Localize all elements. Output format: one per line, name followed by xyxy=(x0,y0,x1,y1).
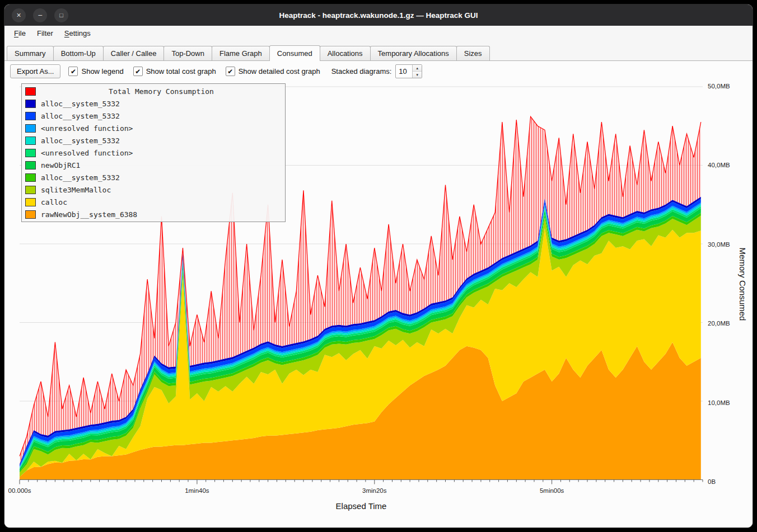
export-as-button[interactable]: Export As... xyxy=(10,64,60,78)
x-axis-label: 5min00s xyxy=(540,487,564,494)
legend-item-label: <unresolved function> xyxy=(41,149,133,157)
y-axis-label: 40,0MB xyxy=(708,162,730,168)
y-axis-label: 30,0MB xyxy=(708,241,730,248)
legend-item: alloc__system_5332 xyxy=(22,97,285,110)
desktop: { "titlebar": { "title": "Heaptrack - he… xyxy=(0,0,757,532)
legend-item: calloc xyxy=(22,196,285,208)
tab-summary[interactable]: Summary xyxy=(7,46,54,60)
legend-item-label: alloc__system_5332 xyxy=(41,173,120,182)
checkbox-label: Show legend xyxy=(81,67,123,76)
window-controls: ×−□ xyxy=(12,8,68,22)
legend-item: alloc__system_5332 xyxy=(22,171,285,183)
tab-caller-callee[interactable]: Caller / Callee xyxy=(103,46,165,60)
checkbox-label: Show detailed cost graph xyxy=(239,67,320,76)
axis-title-elapsed-time: Elapsed Time xyxy=(336,501,387,511)
checkbox-show-detailed-cost-graph[interactable]: ✔Show detailed cost graph xyxy=(226,67,320,76)
legend-item-label: calloc xyxy=(41,198,67,206)
legend-swatch xyxy=(25,161,36,170)
menubar: FileFilterSettings xyxy=(4,26,753,41)
spinner-down-icon[interactable]: ▼ xyxy=(413,71,422,78)
legend-swatch xyxy=(25,186,36,194)
checkmark-icon: ✔ xyxy=(68,67,78,76)
legend-item: newObjRC1 xyxy=(22,159,285,171)
legend-item: alloc__system_5332 xyxy=(22,110,285,122)
legend: Total Memory Consumptionalloc__system_53… xyxy=(21,83,286,222)
stacked-diagrams-input[interactable] xyxy=(396,65,412,78)
stacked-diagrams-spinner[interactable]: ▲ ▼ xyxy=(395,64,422,78)
legend-item: rawNewObj__system_6388 xyxy=(22,208,285,220)
chart-area: Total Memory Consumptionalloc__system_53… xyxy=(4,82,753,528)
legend-swatch xyxy=(25,149,36,157)
legend-item: sqlite3MemMalloc xyxy=(22,183,285,196)
checkbox-show-legend[interactable]: ✔Show legend xyxy=(68,67,123,76)
y-axis-label: 10,0MB xyxy=(708,399,730,406)
y-axis-label: 0B xyxy=(708,478,716,485)
x-axis-label: 00.000s xyxy=(8,487,31,494)
legend-swatch xyxy=(25,100,36,108)
maximize-button[interactable]: □ xyxy=(54,8,68,22)
y-axis-label: 50,0MB xyxy=(708,83,730,90)
legend-item-label: newObjRC1 xyxy=(41,161,80,170)
spinner-buttons: ▲ ▼ xyxy=(412,65,422,78)
tab-temporary-allocations[interactable]: Temporary Allocations xyxy=(370,46,457,60)
checkbox-label: Show total cost graph xyxy=(146,67,216,76)
tab-bottom-up[interactable]: Bottom-Up xyxy=(53,46,104,60)
menu-item-filter[interactable]: Filter xyxy=(32,27,58,39)
tab-top-down[interactable]: Top-Down xyxy=(163,46,212,60)
checkmark-icon: ✔ xyxy=(133,67,143,76)
legend-swatch xyxy=(25,87,36,96)
legend-item-label: <unresolved function> xyxy=(41,124,133,133)
legend-item-label: alloc__system_5332 xyxy=(41,112,120,120)
legend-swatch xyxy=(25,124,36,133)
legend-swatch xyxy=(25,198,36,206)
x-axis-label: 3min20s xyxy=(362,487,386,494)
legend-title: Total Memory Consumption xyxy=(41,87,282,96)
minimize-button[interactable]: − xyxy=(33,8,47,22)
stacked-diagrams-label: Stacked diagrams: xyxy=(331,67,392,76)
legend-swatch xyxy=(25,210,36,219)
checkmark-icon: ✔ xyxy=(226,67,235,76)
x-axis-label: 1min40s xyxy=(185,487,209,494)
tab-consumed[interactable]: Consumed xyxy=(269,45,320,61)
legend-item: <unresolved function> xyxy=(22,122,285,134)
legend-item: <unresolved function> xyxy=(22,147,285,159)
titlebar: ×−□ Heaptrack - heaptrack.wakunode.1.gz … xyxy=(4,4,753,26)
window-title: Heaptrack - heaptrack.wakunode.1.gz — He… xyxy=(4,11,753,20)
tab-allocations[interactable]: Allocations xyxy=(320,46,371,60)
legend-swatch xyxy=(25,112,36,120)
axis-title-memory-consumed: Memory Consumed xyxy=(738,248,747,321)
tab-sizes[interactable]: Sizes xyxy=(456,46,490,60)
menu-item-file[interactable]: File xyxy=(9,27,31,39)
legend-item-label: sqlite3MemMalloc xyxy=(41,186,111,194)
legend-item-label: alloc__system_5332 xyxy=(41,100,120,108)
heaptrack-window: ×−□ Heaptrack - heaptrack.wakunode.1.gz … xyxy=(4,4,753,528)
legend-item-label: rawNewObj__system_6388 xyxy=(41,210,137,219)
spinner-up-icon[interactable]: ▲ xyxy=(413,65,422,71)
tab-flame-graph[interactable]: Flame Graph xyxy=(212,46,270,60)
legend-item-label: alloc__system_5332 xyxy=(41,136,120,145)
close-button[interactable]: × xyxy=(12,8,26,22)
checkbox-show-total-cost-graph[interactable]: ✔Show total cost graph xyxy=(133,67,216,76)
legend-title-row: Total Memory Consumption xyxy=(22,85,285,97)
y-axis-label: 20,0MB xyxy=(708,320,730,327)
legend-item: alloc__system_5332 xyxy=(22,134,285,147)
legend-swatch xyxy=(25,173,36,182)
legend-swatch xyxy=(25,136,36,145)
menu-item-settings[interactable]: Settings xyxy=(59,27,96,39)
toolbar-checkboxes: ✔Show legend✔Show total cost graph✔Show … xyxy=(68,67,320,76)
tab-bar: SummaryBottom-UpCaller / CalleeTop-DownF… xyxy=(4,41,753,61)
toolbar: Export As... ✔Show legend✔Show total cos… xyxy=(4,61,753,82)
